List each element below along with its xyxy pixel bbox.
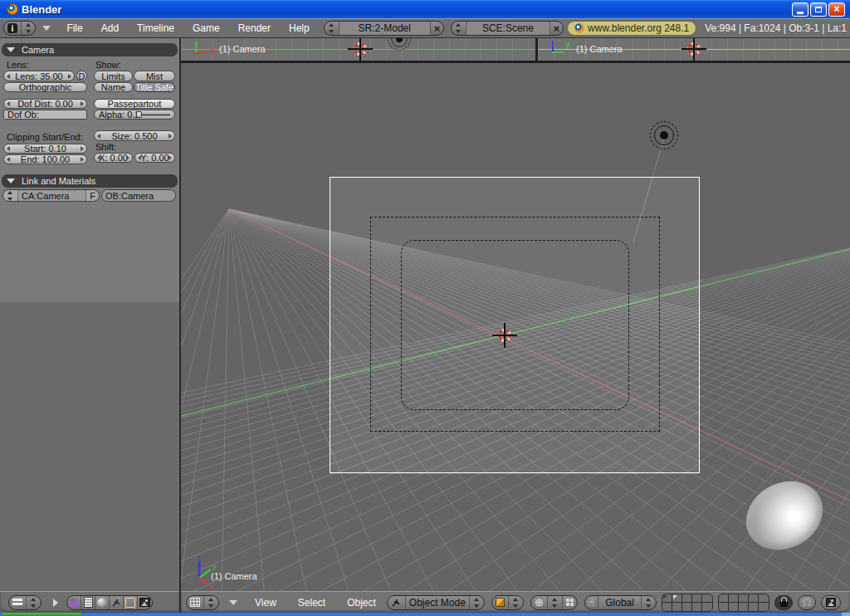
layer-12[interactable] [672,603,682,611]
transform-orientation-selector[interactable]: ☝ Global [584,595,657,610]
viewport-top-right[interactable]: y (1) Camera [538,38,850,61]
layer-10[interactable] [759,594,769,603]
menu-view[interactable]: View [244,597,287,609]
size-number-button[interactable]: Size: 0.500 [94,130,175,141]
increment-icon[interactable] [169,134,172,139]
menu-object[interactable]: Object [336,597,387,609]
close-button[interactable]: × [828,2,845,17]
title-safe-toggle[interactable]: Title Safe [134,82,175,92]
minimize-button[interactable] [792,2,808,17]
pivot-point-icon[interactable]: ⊕ [531,596,548,609]
menu-game[interactable]: Game [183,22,229,34]
dof-object-field[interactable]: Dof Ob: [3,110,87,120]
camera-panel-header[interactable]: Camera [2,43,178,56]
layer-17[interactable] [729,603,739,611]
menu-file[interactable]: File [57,22,91,34]
window-type-menu[interactable]: i [3,21,36,36]
mist-toggle[interactable]: Mist [134,71,175,81]
fake-user-button[interactable]: F [86,190,99,201]
viewport-main[interactable]: z y x (1) Camera [181,63,850,591]
layer-5[interactable] [702,594,712,603]
menu-add[interactable]: Add [92,22,128,34]
passepartout-toggle[interactable]: Passepartout [94,99,175,109]
decrement-icon[interactable] [7,101,10,106]
object-context-button[interactable] [110,596,124,609]
collapse-menus-icon[interactable] [42,26,51,31]
logic-context-button[interactable] [67,596,81,609]
limits-toggle[interactable]: Limits [94,71,133,81]
layer-20[interactable] [759,603,769,611]
layer-8[interactable] [739,594,749,603]
menu-timeline[interactable]: Timeline [128,22,183,34]
layer-14[interactable] [692,603,702,611]
scene-close-x[interactable]: × [550,22,564,35]
layer-15[interactable] [702,603,712,611]
decrement-icon[interactable] [7,146,10,151]
slider-knob[interactable] [136,111,142,118]
layer-2[interactable] [672,594,682,603]
lamp-object[interactable] [388,38,410,51]
link-materials-panel-header[interactable]: Link and Materials [2,174,178,188]
decrement-icon[interactable] [97,134,100,139]
editor-type-selector[interactable] [186,595,219,610]
lens-d-toggle[interactable]: D [76,71,87,81]
decrement-icon[interactable] [7,157,10,162]
collapse-menus-icon[interactable] [229,600,237,605]
mode-selector[interactable]: Object Mode [387,595,485,610]
clip-start-number-button[interactable]: Start: 0.10 [3,144,87,154]
pivot-widget-group[interactable]: ⊕ [530,595,578,610]
alpha-slider[interactable]: Alpha: 0.2 [94,110,175,120]
clip-end-number-button[interactable]: End: 100.00 [3,154,87,164]
menu-render[interactable]: Render [229,22,280,34]
increment-icon[interactable] [81,146,84,151]
viewport-top-left[interactable]: x (1) Camera [181,38,538,61]
screen-close-x[interactable]: × [431,22,444,35]
window-titlebar[interactable]: Blender × [0,0,850,18]
lamp-object[interactable] [650,121,678,149]
render-preview-button[interactable] [821,595,841,610]
shift-x-number-button[interactable]: X: 0.00 [94,153,133,163]
expand-menus-icon[interactable] [53,599,58,607]
object-name-field[interactable]: OB:Camera [101,189,176,202]
layer-4[interactable] [692,594,702,603]
increment-icon[interactable] [81,157,84,162]
screen-selector[interactable]: SR:2-Model × [324,21,445,36]
decrement-icon[interactable] [97,155,100,160]
script-context-button[interactable] [81,596,95,609]
scene-name-field[interactable]: SCE:Scene [467,22,550,35]
layer-19[interactable] [749,603,759,611]
layer-13[interactable] [682,603,692,611]
lens-number-button[interactable]: Lens: 35.00 [3,71,75,81]
snap-button[interactable]: Ω [798,595,816,610]
layer-group-1[interactable] [662,594,713,612]
layer-16[interactable] [719,603,729,611]
draw-type-selector[interactable] [491,595,524,610]
increment-icon[interactable] [126,155,129,160]
layer-6[interactable] [719,594,729,603]
layer-11[interactable] [662,603,672,611]
layer-3[interactable] [682,594,692,603]
camera-datablock-name[interactable]: CA:Camera [18,190,86,201]
layer-1[interactable] [662,594,672,603]
layer-group-2[interactable] [718,594,769,612]
increment-icon[interactable] [169,155,172,160]
lock-layers-button[interactable] [774,595,793,610]
layer-9[interactable] [749,594,759,603]
increment-icon[interactable] [81,101,84,106]
manipulator-icon[interactable] [566,599,574,606]
panel-collapse-icon[interactable] [7,178,15,183]
orthographic-toggle[interactable]: Orthographic [3,82,87,92]
increment-icon[interactable] [68,74,71,79]
editing-context-button[interactable] [124,596,138,609]
start-button-edge[interactable] [2,613,81,616]
restore-button[interactable] [810,2,827,17]
screen-name-field[interactable]: SR:2-Model [340,22,431,35]
layer-18[interactable] [739,603,749,611]
name-toggle[interactable]: Name [94,82,133,92]
decrement-icon[interactable] [138,155,141,160]
scene-context-button[interactable] [138,596,152,609]
shift-y-number-button[interactable]: Y: 0.00 [134,153,175,163]
layer-7[interactable] [729,594,739,603]
editor-type-selector[interactable] [8,595,42,610]
shading-context-button[interactable] [95,596,110,609]
